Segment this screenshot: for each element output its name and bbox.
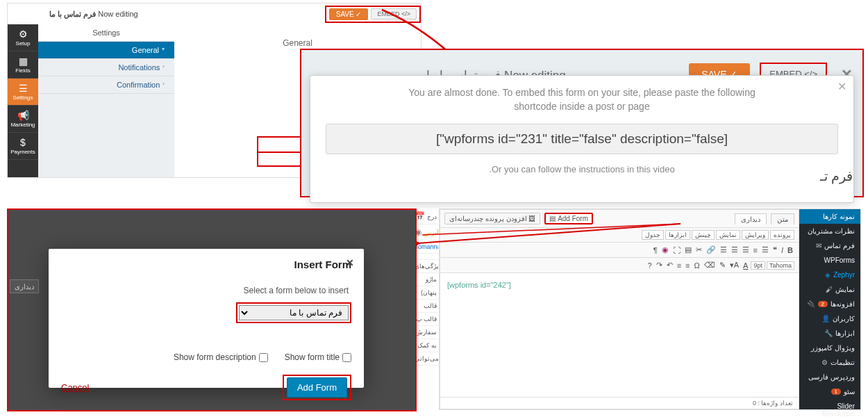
modal-title: Insert Form — [61, 259, 351, 270]
checkbox-row: Show form description Show form title — [61, 352, 351, 362]
editor-body[interactable]: ["wpforms id="242] — [440, 273, 799, 391]
list-ul-icon[interactable]: ☰ — [760, 245, 770, 255]
editor-toolbar-row2: B I ❝ ☰ ≡ ☰ ☰ ☰ 🔗 ✂ ▤ ⛶ ◉ ¶ — [440, 243, 799, 258]
side-item-notifications[interactable]: Notifications› — [38, 59, 174, 76]
topbar-buttons-highlight: SAVE ✓ EMBED </> — [325, 6, 421, 23]
show-title-check[interactable]: Show form title — [285, 352, 351, 362]
form-title-bg: فرم تـ — [820, 168, 853, 184]
link-icon[interactable]: 🔗 — [705, 245, 717, 255]
menu-contact[interactable]: فرم تماس✉ — [799, 238, 860, 253]
highlight-icon[interactable]: ✎ — [718, 260, 727, 270]
nav-setup[interactable]: ⚙Setup — [8, 24, 38, 51]
tb-file[interactable]: پرونده — [770, 230, 794, 240]
list-ol-icon[interactable]: ≡ — [752, 245, 759, 255]
align-center-icon[interactable]: ☰ — [730, 245, 740, 255]
word-count: تعداد واژه‌ها : 0 — [753, 400, 793, 407]
bg-tab-visual[interactable]: دیداری — [10, 279, 39, 293]
menu-tools[interactable]: ابزارها🔧 — [799, 326, 860, 341]
chevron-down-icon: ▾ — [162, 46, 165, 54]
side-item-confirmation[interactable]: Confirmation› — [38, 76, 174, 94]
show-description-check[interactable]: Show form description — [174, 352, 268, 362]
nav-settings[interactable]: ☰Settings — [8, 79, 38, 106]
settings-side-panel: Settings General▾ Notifications› Confirm… — [38, 24, 175, 177]
tab-text[interactable]: متن — [771, 213, 794, 224]
editing-title: فرم تماس با ما Now editing — [49, 10, 138, 19]
save-button[interactable]: SAVE ✓ — [329, 8, 369, 20]
wp-admin-menu: نمونه کارها نظرات مشتریان فرم تماس✉ WPFo… — [799, 209, 860, 409]
menu-appearance[interactable]: نمایش🖌 — [799, 282, 860, 297]
outdent-icon[interactable]: ≡ — [684, 261, 691, 270]
wordpress-post-editor: نمونه کارها نظرات مشتریان فرم تماس✉ WPFo… — [439, 208, 861, 410]
menu-visual-composer[interactable]: ویژوال کامپوزر — [799, 341, 860, 355]
gear-icon: ⚙ — [9, 28, 37, 40]
paragraph-icon[interactable]: ¶ — [652, 245, 659, 255]
menu-wp-fa[interactable]: وردپرس فارسی — [799, 370, 860, 384]
font-family-select[interactable]: Tahoma — [767, 261, 794, 270]
modal-close-icon[interactable]: ✕ — [346, 257, 354, 268]
menu-plugins[interactable]: افزونه‌ها2🔌 — [799, 297, 860, 311]
tab-visual[interactable]: دیداری — [735, 213, 767, 224]
wpforms-left-nav: ⚙Setup ▦Fields ☰Settings 📢Marketing $Pay… — [8, 24, 38, 177]
modal-close-icon[interactable]: ✕ — [837, 80, 846, 93]
tb-view[interactable]: نمایش — [716, 230, 740, 240]
tb-table[interactable]: جدول — [642, 230, 664, 240]
cancel-link[interactable]: Cancel — [61, 382, 89, 393]
tb-format[interactable]: چینش — [692, 230, 715, 240]
add-media-button[interactable]: 🖼 افزودن پرونده چندرسانه‌ای — [444, 213, 540, 224]
align-right-icon[interactable]: ☰ — [741, 245, 751, 255]
nav-fields[interactable]: ▦Fields — [8, 51, 38, 79]
permalink[interactable]: homannazari.ir — [415, 243, 438, 250]
menu-settings[interactable]: تنظیمات⚙ — [799, 355, 860, 370]
nav-payments[interactable]: $Payments — [8, 133, 38, 160]
form-icon: ▤ — [549, 215, 556, 222]
more-icon[interactable]: ▤ — [683, 245, 693, 255]
menu-wpforms[interactable]: WPForms — [799, 253, 860, 268]
special-char-icon[interactable]: Ω — [693, 261, 701, 270]
embed-message: You are almost done. To embed this form … — [326, 85, 838, 114]
grid-icon: ▦ — [9, 56, 37, 67]
font-size-select[interactable]: 9pt — [751, 261, 765, 270]
indent-icon[interactable]: ≡ — [676, 261, 683, 270]
menu-users[interactable]: کاربران👤 — [799, 311, 860, 326]
align-left-icon[interactable]: ☰ — [719, 245, 728, 255]
underline-icon[interactable]: A — [742, 261, 749, 270]
undo-icon[interactable]: ↶ — [665, 260, 674, 270]
yoast-icon[interactable]: ◉ — [660, 245, 670, 255]
embed-modal: ✕ You are almost done. To embed this for… — [310, 75, 854, 203]
wp-editor-main: متن دیداری Add Form ▤ 🖼 افزودن پرونده چن… — [440, 209, 799, 409]
embed-popup-panel: فرم تماس با ما Now editing SAVE ✓ EMBED … — [300, 49, 864, 197]
menu-testimonials[interactable]: نظرات مشتریان — [799, 224, 860, 238]
embed-button[interactable]: EMBED </> — [371, 8, 417, 19]
bullhorn-icon: 📢 — [9, 110, 37, 121]
quote-icon[interactable]: ❝ — [771, 245, 778, 255]
redo-icon[interactable]: ↷ — [655, 260, 664, 270]
menu-portfolio[interactable]: نمونه کارها — [799, 209, 860, 224]
menu-zephyr[interactable]: Zephyr◈ — [799, 268, 860, 282]
tb-tools[interactable]: ابزارها — [665, 230, 690, 240]
form-select[interactable]: فرم تماس با ما — [239, 305, 349, 320]
select-highlight: فرم تماس با ما — [236, 302, 351, 323]
add-button-highlight: Add Form — [283, 375, 351, 400]
bold-icon[interactable]: B — [786, 245, 794, 255]
embed-shortcode[interactable]: ["wpforms id="231" title="false" descrip… — [326, 124, 838, 154]
help-icon[interactable]: ? — [646, 261, 653, 270]
add-form-button[interactable]: Add Form — [287, 377, 347, 398]
add-form-button[interactable]: Add Form ▤ — [544, 213, 593, 224]
nav-marketing[interactable]: 📢Marketing — [8, 106, 38, 133]
plugins-badge: 2 — [818, 301, 828, 307]
italic-icon[interactable]: I — [780, 245, 785, 255]
clear-icon[interactable]: ⌫ — [703, 260, 717, 270]
content-heading: General — [283, 38, 312, 48]
menu-slider[interactable]: Slider Revolution — [799, 399, 860, 417]
text-color-icon[interactable]: A▾ — [728, 260, 740, 270]
side-item-general[interactable]: General▾ — [38, 42, 174, 59]
sliders-icon: ⚙ — [821, 359, 828, 366]
diamond-icon: ◈ — [825, 271, 831, 279]
tb-edit[interactable]: ویرایش — [742, 230, 769, 240]
side-panel-header: Settings — [38, 24, 174, 42]
unlink-icon[interactable]: ✂ — [694, 245, 703, 255]
menu-seo[interactable]: سئو1 — [799, 384, 860, 399]
editor-top-row: متن دیداری Add Form ▤ 🖼 افزودن پرونده چن… — [440, 210, 799, 228]
dollar-icon: $ — [9, 137, 37, 148]
fullscreen-icon[interactable]: ⛶ — [671, 245, 682, 255]
